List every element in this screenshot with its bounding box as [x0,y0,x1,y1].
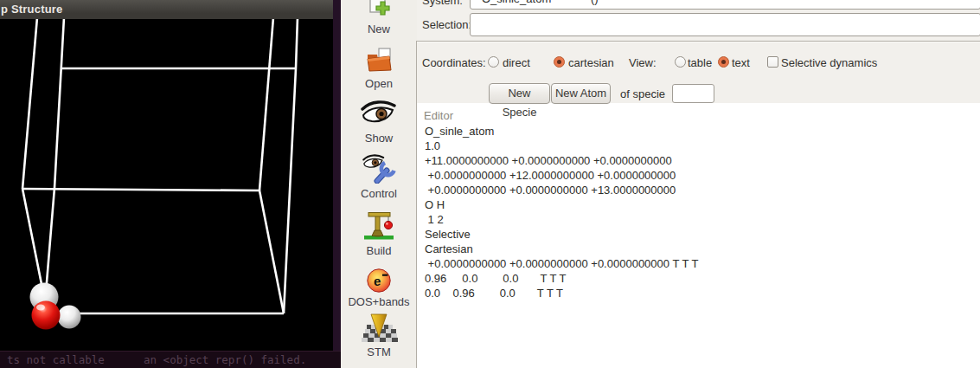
eye-icon [361,99,397,126]
new-specie-button[interactable]: New Specie [489,83,550,104]
system-label: System: [422,0,463,7]
selection-label: Selection: [422,18,471,31]
window-edge [333,0,341,368]
editor-line: Cartesian [425,242,699,256]
editor-line: O H [425,197,699,212]
toolbar: New Open Show [341,0,417,368]
frame-border-highlight [417,42,980,42]
radio-text-label[interactable]: text [732,56,750,69]
editor-line: +0.0000000000 +0.0000000000 +13.00000000… [425,183,699,197]
radio-cartesian-label[interactable]: cartesian [568,56,614,69]
new-document-icon [366,0,392,16]
radio-table-label[interactable]: table [688,56,712,69]
editor-line: 1.0 [425,139,699,153]
new-atom-button[interactable]: New Atom [551,83,611,104]
toolbar-label: STM [367,345,390,358]
toolbar-button-dos-bands[interactable]: e [341,268,417,297]
radio-direct[interactable] [488,56,499,68]
selective-dynamics-label[interactable]: Selective dynamics [781,56,877,69]
selective-dynamics-checkbox[interactable] [767,56,778,68]
toolbar-button-open[interactable] [341,48,417,75]
radio-text[interactable] [718,56,729,68]
poscar-editor-text[interactable]: O_sinle_atom 1.0 +11.0000000000 +0.00000… [425,124,699,300]
stm-tip-icon [360,313,398,342]
toolbar-label: Open [365,77,393,90]
toolbar-button-build-label[interactable]: Build [341,242,417,258]
editor-line: O_sinle_atom [425,124,699,139]
editor-line: +11.0000000000 +0.0000000000 +0.00000000… [425,153,699,168]
editor-label: Editor [424,109,453,122]
editor-line: 0.96 0.0 0.0 T T T [425,271,699,286]
structure-3d-viewport[interactable] [0,19,333,351]
toolbar-button-new-label[interactable]: New [341,21,417,36]
view-label: View: [629,56,657,69]
atom-hydrogen-2[interactable] [58,306,81,329]
toolbar-button-open-label[interactable]: Open [341,75,417,91]
system-input[interactable]: O_sinle_atom () [470,0,980,10]
unit-cell-wireframe [0,19,333,351]
eye-wrench-icon [361,152,397,184]
editor-line: 1 2 [425,212,699,227]
toolbar-button-show[interactable] [341,99,417,130]
toolbar-button-new[interactable] [341,0,417,19]
editor-line: +0.0000000000 +12.0000000000 +0.00000000… [425,168,699,183]
toolbar-button-dos-bands-label[interactable]: DOS+bands [341,294,417,309]
editor-line: 0.0 0.96 0.0 T T T [425,286,699,300]
open-folder-icon [365,48,393,72]
radio-table[interactable] [675,56,686,68]
app-root: ts not callable an <object repr() failed… [0,0,980,368]
frame-border [416,41,417,368]
toolbar-button-show-label[interactable]: Show [341,130,417,145]
structure-window-title: p Structure [1,3,63,16]
atom-highlight [36,305,45,311]
toolbar-label: DOS+bands [348,295,409,308]
system-suffix: () [591,0,599,5]
system-value: O_sinle_atom [482,0,551,5]
atom-oxygen[interactable] [32,301,61,330]
toolbar-button-build[interactable] [341,209,417,245]
radio-cartesian[interactable] [554,56,565,68]
toolbar-button-control[interactable] [341,152,417,187]
radio-direct-label[interactable]: direct [503,56,530,69]
editor-line: +0.0000000000 +0.0000000000 +0.000000000… [425,256,699,271]
structure-window: p Structure [0,0,333,351]
toolbar-label: Build [367,244,392,257]
terminal-text: ts not callable an <object repr() failed… [7,353,306,366]
terminal-strip: ts not callable an <object repr() failed… [0,351,341,368]
of-specie-label: of specie [620,87,665,100]
toolbar-label: Control [361,187,397,200]
toolbar-button-control-label[interactable]: Control [341,185,417,201]
of-specie-input[interactable] [672,84,714,103]
electron-icon: e [366,268,392,294]
selection-input[interactable] [470,13,980,36]
toolbar-button-stm[interactable] [341,313,417,345]
toolbar-button-stm-label[interactable]: STM [341,344,417,359]
svg-text:e: e [374,274,381,288]
crane-icon [362,209,396,242]
toolbar-label: New [368,23,390,36]
editor-line: Selective [425,227,699,242]
toolbar-label: Show [365,132,394,145]
coordinates-label: Coordinates: [422,56,486,69]
structure-titlebar[interactable]: p Structure [0,0,333,20]
